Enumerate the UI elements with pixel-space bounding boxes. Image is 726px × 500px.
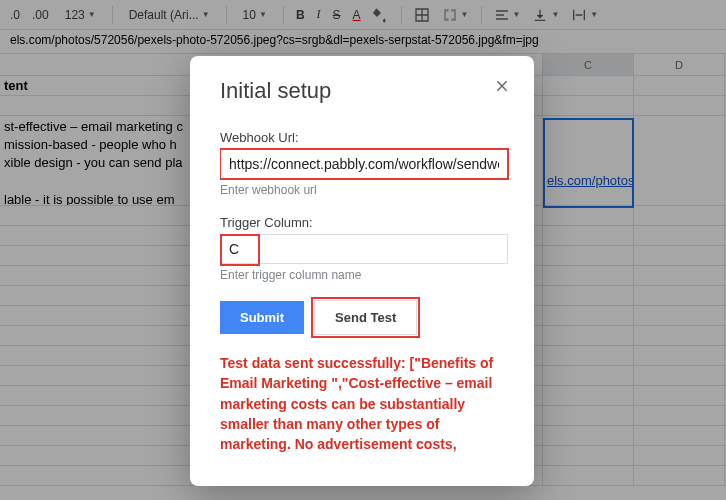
dialog-title: Initial setup <box>220 78 508 104</box>
trigger-hint: Enter trigger column name <box>220 268 508 282</box>
status-message: Test data sent successfully: ["Benefits … <box>220 353 508 454</box>
send-test-button[interactable]: Send Test <box>314 300 417 335</box>
close-icon <box>494 78 510 94</box>
webhook-url-input[interactable] <box>220 149 508 179</box>
webhook-hint: Enter webhook url <box>220 183 508 197</box>
submit-button[interactable]: Submit <box>220 301 304 334</box>
webhook-label: Webhook Url: <box>220 130 508 145</box>
trigger-column-input[interactable] <box>220 234 508 264</box>
initial-setup-dialog: Initial setup Webhook Url: Enter webhook… <box>190 56 534 486</box>
trigger-column-label: Trigger Column: <box>220 215 508 230</box>
close-button[interactable] <box>492 78 512 98</box>
